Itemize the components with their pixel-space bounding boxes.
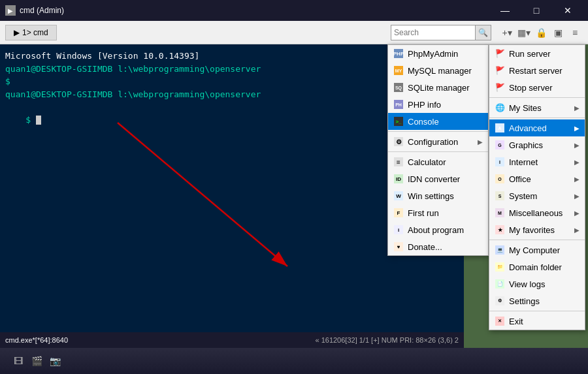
- left-menu-item-mysql[interactable]: MYMySQL manager: [388, 62, 488, 79]
- svg-line-1: [118, 123, 287, 266]
- system-label: System: [509, 191, 570, 201]
- phpmyadmin-label: PhpMyAdmin: [408, 49, 483, 59]
- donate-label: Donate...: [408, 242, 483, 252]
- right-menu-item-mysites[interactable]: 🌐My Sites▶: [489, 99, 585, 116]
- plus-icon: +: [502, 27, 507, 38]
- firstrun-icon: F: [393, 208, 404, 218]
- idn-label: IDN converter: [408, 174, 483, 184]
- submenu-arrow: ▶: [574, 125, 580, 132]
- phpinfo-label: PHP info: [408, 100, 483, 110]
- myfav-label: My favorites: [509, 225, 570, 235]
- layout-icon: ▦: [517, 27, 526, 38]
- logs-label: View logs: [509, 279, 580, 289]
- right-menu-item-myfav[interactable]: ★My favorites▶: [489, 221, 585, 238]
- right-menu-item-mycomp[interactable]: 💻My Computer: [489, 242, 585, 258]
- config-label: Configuration: [408, 137, 474, 147]
- taskbar-icon-1[interactable]: 🎞: [10, 353, 26, 369]
- menu-button[interactable]: ≡: [567, 25, 583, 40]
- office-icon: O: [495, 174, 505, 184]
- submenu-arrow: ▶: [574, 210, 580, 217]
- exit-icon: ✕: [495, 316, 505, 326]
- misc-icon: M: [495, 208, 505, 218]
- right-menu-item-stopserver[interactable]: 🚩Stop server: [489, 79, 585, 96]
- exit-label: Exit: [509, 317, 580, 326]
- right-menu-item-office[interactable]: OOffice▶: [489, 170, 585, 187]
- title-bar: ▶ cmd (Admin) — □ ✕: [0, 0, 588, 21]
- lock-icon: 🔒: [536, 27, 547, 38]
- internet-label: Internet: [509, 157, 570, 167]
- lock-button[interactable]: 🔒: [533, 25, 549, 40]
- right-menu-item-graphics[interactable]: GGraphics▶: [489, 136, 585, 153]
- left-menu-item-sqlite[interactable]: SQSQLite manager: [388, 79, 488, 96]
- restartserver-icon: 🚩: [495, 65, 505, 76]
- add-tab-button[interactable]: +▾: [499, 25, 515, 40]
- myfav-icon: ★: [495, 225, 505, 235]
- menu-separator: [388, 131, 488, 132]
- left-menu-item-calc[interactable]: ≡Calculator: [388, 153, 488, 170]
- right-menu-item-advanced[interactable]: AAdvanced▶: [489, 119, 585, 136]
- left-menu-item-phpinfo[interactable]: PHPHP info: [388, 96, 488, 113]
- app-icon: ▶: [5, 5, 16, 16]
- console-icon: >_: [393, 116, 404, 127]
- calc-icon: ≡: [393, 157, 404, 167]
- submenu-arrow: ▶: [478, 138, 483, 146]
- submenu-arrow: ▶: [574, 104, 580, 112]
- stopserver-label: Stop server: [509, 83, 580, 93]
- left-menu-item-idn[interactable]: IDIDN converter: [388, 170, 488, 187]
- office-label: Office: [509, 174, 570, 184]
- console-label: Console: [408, 117, 483, 127]
- left-menu-item-donate[interactable]: ♥Donate...: [388, 238, 488, 255]
- mysql-label: MySQL manager: [408, 66, 483, 76]
- close-button[interactable]: ✕: [553, 0, 583, 21]
- mysites-icon: 🌐: [495, 102, 505, 113]
- domain-label: Domain folder: [509, 262, 580, 272]
- right-menu-item-restartserver[interactable]: 🚩Restart server: [489, 62, 585, 79]
- right-menu-item-runserver[interactable]: 🚩Run server: [489, 45, 585, 62]
- right-menu-item-logs[interactable]: 📄View logs: [489, 275, 585, 292]
- left-context-menu: PHPPhpMyAdminMYMySQL managerSQSQLite man…: [387, 44, 489, 256]
- right-menu-item-internet[interactable]: IInternet▶: [489, 153, 585, 170]
- submenu-arrow: ▶: [574, 226, 580, 234]
- toolbar: ▶ 1> cmd 🔍 +▾ ▦▾ 🔒 ▣ ≡: [0, 21, 588, 44]
- left-menu-item-about[interactable]: iAbout program: [388, 221, 488, 238]
- stopserver-icon: 🚩: [495, 82, 505, 93]
- right-menu-item-misc[interactable]: MMiscellaneous▶: [489, 204, 585, 221]
- runserver-label: Run server: [509, 49, 580, 59]
- minimize-button[interactable]: —: [490, 0, 520, 21]
- left-menu-item-config[interactable]: ⚙Configuration▶: [388, 133, 488, 150]
- search-button[interactable]: 🔍: [476, 25, 491, 40]
- mysql-icon: MY: [393, 65, 404, 76]
- right-menu-item-settings[interactable]: ⚙Settings: [489, 292, 585, 309]
- cursor: [36, 116, 41, 125]
- submenu-arrow: ▶: [574, 193, 580, 200]
- sqlite-label: SQLite manager: [408, 83, 483, 93]
- hamburger-icon: ≡: [572, 27, 578, 38]
- left-menu-item-phpmyadmin[interactable]: PHPPhpMyAdmin: [388, 45, 488, 62]
- sqlite-icon: SQ: [393, 82, 404, 93]
- advanced-icon: A: [495, 123, 505, 133]
- window-controls: — □ ✕: [490, 0, 583, 21]
- taskbar-icon-3[interactable]: 📷: [47, 353, 63, 369]
- win-label: Win settings: [408, 191, 483, 201]
- maximize-button[interactable]: □: [521, 0, 551, 21]
- idn-icon: ID: [393, 174, 404, 184]
- panel-button[interactable]: ▣: [550, 25, 566, 40]
- config-icon: ⚙: [393, 136, 404, 147]
- donate-icon: ♥: [393, 242, 404, 252]
- calc-label: Calculator: [408, 157, 483, 167]
- settings-icon: ⚙: [495, 296, 505, 306]
- left-menu-item-console[interactable]: >_Console: [388, 113, 488, 130]
- right-menu-item-exit[interactable]: ✕Exit: [489, 313, 585, 330]
- submenu-arrow: ▶: [574, 142, 580, 149]
- layout-button[interactable]: ▦▾: [516, 25, 532, 40]
- right-menu-item-system[interactable]: SSystem▶: [489, 187, 585, 204]
- right-menu-item-domain[interactable]: 📁Domain folder: [489, 258, 585, 275]
- left-menu-item-win[interactable]: WWin settings: [388, 187, 488, 204]
- submenu-arrow: ▶: [574, 159, 580, 166]
- status-left: cmd.exe*[*64]:8640: [5, 336, 68, 344]
- taskbar-icon-2[interactable]: 🎬: [29, 353, 44, 369]
- search-input[interactable]: [391, 25, 476, 40]
- terminal-tab[interactable]: ▶ 1> cmd: [5, 25, 57, 40]
- left-menu-item-firstrun[interactable]: FFirst run: [388, 204, 488, 221]
- mycomp-label: My Computer: [509, 245, 580, 255]
